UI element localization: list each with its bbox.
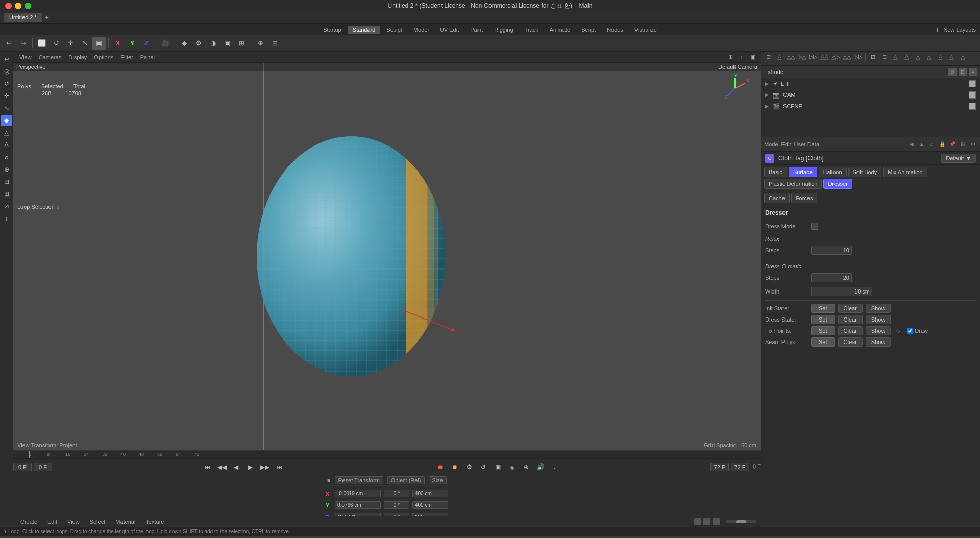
ws-tab-startup[interactable]: Startup <box>318 26 346 34</box>
tab-forces[interactable]: Forces <box>791 193 818 203</box>
bb-icon-3[interactable] <box>713 518 720 525</box>
tc-btn-5[interactable]: ⊕ <box>520 461 532 473</box>
user-data-menu[interactable]: User Data <box>794 141 820 148</box>
tc-btn-3[interactable]: ▣ <box>492 461 504 473</box>
draw-checkbox[interactable] <box>907 328 913 334</box>
next-button[interactable]: ▶▶ <box>259 461 271 473</box>
vt-panel[interactable]: Panel <box>137 53 158 61</box>
rp-icon-4[interactable]: ▷△ <box>797 52 807 62</box>
maximize-button[interactable] <box>24 3 31 9</box>
obj-mode-button[interactable]: ◆ <box>178 37 191 50</box>
mode-menu[interactable]: Mode <box>764 141 778 148</box>
edit-menu[interactable]: Edit <box>781 141 791 148</box>
props-nav-home[interactable]: ⌂ <box>928 140 936 149</box>
bb-create[interactable]: Create <box>17 518 40 525</box>
props-nav-settings[interactable]: ⚙ <box>969 140 977 149</box>
new-layouts-button[interactable]: New Layouts <box>943 27 976 33</box>
add-tab-button[interactable]: + <box>43 13 51 21</box>
size-btn[interactable]: Size <box>429 476 447 484</box>
ws-tab-track[interactable]: Track <box>520 26 544 34</box>
lt-move[interactable]: ✛ <box>1 90 12 102</box>
props-nav-pin[interactable]: 📌 <box>948 140 957 149</box>
init-show-button[interactable]: Show <box>866 304 891 313</box>
bb-select[interactable]: Select <box>87 518 109 525</box>
rp-icon-3[interactable]: △△ <box>786 52 796 62</box>
x-rotation-input[interactable] <box>384 490 409 497</box>
dress-set-button[interactable]: Set <box>811 315 835 324</box>
move-button[interactable]: ✛ <box>64 37 77 50</box>
rp-icon-14[interactable]: △ <box>913 52 923 62</box>
go-end-button[interactable]: ⏭ <box>273 461 285 473</box>
render-button[interactable]: ⚙ <box>192 37 205 50</box>
rp-icon-18[interactable]: △ <box>958 52 968 62</box>
scale-button[interactable]: ⤡ <box>78 37 91 50</box>
lt-tool5[interactable]: ⊿ <box>1 201 12 212</box>
scene-icon-1[interactable]: ⊕ <box>948 68 957 76</box>
tab-basic[interactable]: Basic <box>764 167 787 177</box>
add-layout-icon[interactable]: + <box>935 26 939 34</box>
y-position-input[interactable] <box>335 501 381 509</box>
x-axis-button[interactable]: X <box>111 37 125 50</box>
rp-icon-16[interactable]: △ <box>935 52 945 62</box>
vt-options[interactable]: Options <box>91 53 116 61</box>
ws-tab-rigging[interactable]: Rigging <box>489 26 518 34</box>
x-position-input[interactable] <box>335 490 381 497</box>
tc-btn-6[interactable]: 🔊 <box>534 461 547 473</box>
steps-input[interactable] <box>811 246 852 255</box>
rp-icon-17[interactable]: △ <box>946 52 957 62</box>
dress-clear-button[interactable]: Clear <box>838 315 863 324</box>
tab-surface[interactable]: Surface <box>789 167 817 177</box>
rp-icon-6[interactable]: △△ <box>819 52 829 62</box>
scroll-bar-h[interactable] <box>726 520 756 523</box>
bb-edit[interactable]: Edit <box>44 518 60 525</box>
record-button[interactable]: ⏺ <box>434 461 447 473</box>
close-button[interactable] <box>5 3 12 9</box>
lt-undo[interactable]: ↩ <box>1 54 12 65</box>
vt-display[interactable]: Display <box>65 53 90 61</box>
lt-camera[interactable]: ◎ <box>1 66 12 77</box>
preset-dropdown[interactable]: Default ▼ <box>941 154 976 163</box>
reset-transform-btn[interactable]: Reset Transform <box>335 476 383 484</box>
wireframe-btn[interactable]: ⊞ <box>235 37 248 50</box>
lt-tool2[interactable]: ⊕ <box>1 164 12 175</box>
record-auto[interactable]: ⏺ <box>449 461 461 473</box>
end-frame-input[interactable] <box>710 463 729 471</box>
ws-tab-animate[interactable]: Animate <box>545 26 575 34</box>
scene-icon-3[interactable]: ≡ <box>969 68 977 76</box>
lt-tool6[interactable]: ↕ <box>1 213 12 224</box>
vp-ctrl-3[interactable]: ▣ <box>748 53 757 62</box>
scene-item-cam[interactable]: ▶ 📷 CAM <box>761 89 980 101</box>
tab-softbody[interactable]: Soft Body <box>848 167 882 177</box>
rp-icon-11[interactable]: ⊟ <box>879 52 889 62</box>
object-rel-btn[interactable]: Object (Rel) <box>387 476 425 484</box>
prev-frame-button[interactable]: ◀◀ <box>216 461 228 473</box>
scene-item-scene[interactable]: ▶ 🎬 SCENE <box>761 101 980 112</box>
rp-icon-8[interactable]: △△ <box>842 52 852 62</box>
seam-clear-button[interactable]: Clear <box>838 337 863 347</box>
fix-set-button[interactable]: Set <box>811 326 835 335</box>
rp-icon-7[interactable]: △▷ <box>830 52 841 62</box>
ws-tab-visualize[interactable]: Visualize <box>629 26 662 34</box>
rp-icon-10[interactable]: ⊞ <box>868 52 878 62</box>
rp-icon-12[interactable]: △ <box>890 52 900 62</box>
rp-icon-2[interactable]: △ <box>774 52 785 62</box>
lt-text[interactable]: A <box>1 139 12 151</box>
fix-show-button[interactable]: Show <box>866 326 891 335</box>
viewport-btn[interactable]: ▣ <box>220 37 234 50</box>
transform-button[interactable]: ▣ <box>92 37 106 50</box>
lt-rotate[interactable]: ↺ <box>1 78 12 89</box>
rotate-button[interactable]: ↺ <box>50 37 63 50</box>
select-button[interactable]: ⬜ <box>35 37 48 50</box>
ws-tab-nodes[interactable]: Nodes <box>602 26 628 34</box>
bb-view[interactable]: View <box>64 518 83 525</box>
scene-icon-2[interactable]: ⊟ <box>959 68 967 76</box>
steps2-input[interactable] <box>811 273 852 282</box>
redo-button[interactable]: ↪ <box>16 37 30 50</box>
start-frame-input[interactable] <box>13 463 32 471</box>
dress-mode-checkbox[interactable] <box>811 223 818 230</box>
tc-btn-4[interactable]: ◈ <box>506 461 518 473</box>
go-start-button[interactable]: ⏮ <box>202 461 214 473</box>
rp-icon-13[interactable]: △ <box>901 52 912 62</box>
play-button[interactable]: ▶ <box>244 461 257 473</box>
end-time-input[interactable] <box>731 463 749 471</box>
